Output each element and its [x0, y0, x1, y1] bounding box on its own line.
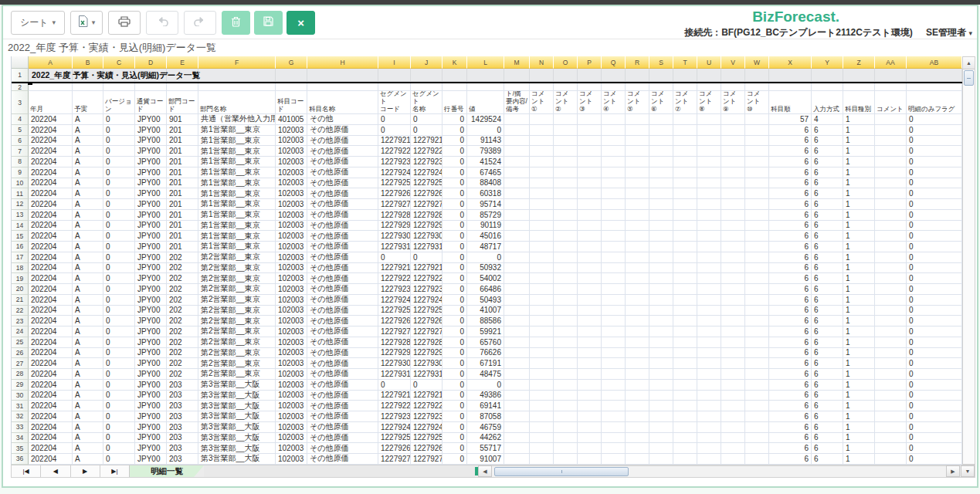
- cell[interactable]: 6: [812, 316, 843, 327]
- cell[interactable]: 第1営業部__東京: [198, 199, 276, 210]
- cell[interactable]: 1: [843, 337, 875, 348]
- cell[interactable]: 0: [907, 348, 962, 359]
- cell[interactable]: 102003: [276, 306, 307, 316]
- cell[interactable]: [554, 306, 578, 316]
- cell[interactable]: 1: [843, 391, 875, 401]
- cell[interactable]: [307, 69, 378, 82]
- cell[interactable]: [504, 263, 530, 274]
- cell[interactable]: 6: [769, 337, 812, 348]
- cell[interactable]: [649, 188, 673, 199]
- cell[interactable]: 203: [167, 422, 198, 433]
- cell[interactable]: [554, 69, 578, 82]
- cell[interactable]: A: [73, 454, 103, 465]
- cell[interactable]: 202204: [29, 454, 73, 465]
- cell[interactable]: 1227931: [411, 242, 443, 252]
- cell[interactable]: 6: [769, 391, 812, 401]
- cell[interactable]: 0: [443, 146, 467, 157]
- column-header-Y[interactable]: Y: [812, 56, 843, 69]
- cell[interactable]: A: [73, 348, 103, 359]
- field-header-B[interactable]: 予実: [73, 91, 103, 114]
- cell[interactable]: 6: [769, 252, 812, 263]
- column-header-M[interactable]: M: [504, 56, 530, 69]
- cell[interactable]: [875, 263, 907, 274]
- cell[interactable]: 102003: [276, 125, 307, 136]
- cell[interactable]: 0: [103, 263, 135, 274]
- cell[interactable]: [721, 231, 745, 242]
- cell[interactable]: 第1営業部__東京: [198, 210, 276, 221]
- cell[interactable]: [554, 242, 578, 252]
- cell[interactable]: 0: [103, 210, 135, 221]
- cell[interactable]: [697, 337, 721, 348]
- cell[interactable]: [626, 358, 649, 369]
- cell[interactable]: [602, 316, 626, 327]
- cell[interactable]: [530, 221, 554, 232]
- cell[interactable]: 1: [843, 380, 875, 391]
- cell[interactable]: [602, 146, 626, 157]
- cell[interactable]: [745, 125, 769, 136]
- cell[interactable]: 6: [769, 443, 812, 454]
- cell[interactable]: 6: [769, 422, 812, 433]
- cell[interactable]: 1227925: [411, 433, 443, 444]
- cell[interactable]: [504, 316, 530, 327]
- cell[interactable]: [378, 83, 411, 91]
- cell[interactable]: 6: [812, 348, 843, 359]
- cell[interactable]: 6: [769, 210, 812, 221]
- cell[interactable]: [721, 69, 745, 82]
- cell[interactable]: [769, 69, 812, 82]
- cell[interactable]: 0: [443, 252, 467, 263]
- user-menu[interactable]: SE管理者 ▾: [926, 27, 972, 38]
- cell[interactable]: A: [73, 136, 103, 147]
- row-header-2[interactable]: 2: [12, 83, 29, 91]
- cell[interactable]: [673, 188, 697, 199]
- cell[interactable]: [554, 443, 578, 454]
- cell[interactable]: [649, 295, 673, 306]
- cell[interactable]: [721, 125, 745, 136]
- cell[interactable]: [626, 242, 649, 252]
- cell[interactable]: [443, 69, 467, 82]
- cell[interactable]: 1227929: [411, 348, 443, 359]
- cell[interactable]: 201: [167, 188, 198, 199]
- cell[interactable]: [602, 188, 626, 199]
- field-header-A[interactable]: 年月: [29, 91, 73, 114]
- row-header-30[interactable]: 30: [12, 391, 29, 401]
- cell[interactable]: [578, 69, 602, 82]
- cell[interactable]: [530, 231, 554, 242]
- cell[interactable]: [697, 273, 721, 284]
- cell[interactable]: その他原価: [307, 273, 378, 284]
- cell[interactable]: A: [73, 358, 103, 369]
- field-header-R[interactable]: コメント ⑤: [626, 91, 649, 114]
- cell[interactable]: 6: [812, 443, 843, 454]
- field-header-Y[interactable]: 入力方式: [812, 91, 843, 114]
- cell[interactable]: 1: [843, 306, 875, 316]
- cell[interactable]: [626, 337, 649, 348]
- cell[interactable]: 1227931: [378, 242, 411, 252]
- cell[interactable]: 0: [467, 125, 504, 136]
- cell[interactable]: [602, 136, 626, 147]
- cell[interactable]: 202: [167, 348, 198, 359]
- cell[interactable]: [649, 83, 673, 91]
- cell[interactable]: 0: [907, 443, 962, 454]
- cell[interactable]: [649, 210, 673, 221]
- cell[interactable]: 0: [378, 252, 411, 263]
- cell[interactable]: [721, 210, 745, 221]
- cell[interactable]: 6: [769, 136, 812, 147]
- cell[interactable]: 0: [443, 422, 467, 433]
- cell[interactable]: JPY00: [135, 231, 167, 242]
- cell[interactable]: 1227929: [378, 221, 411, 232]
- cell[interactable]: [673, 178, 697, 189]
- cell[interactable]: [745, 443, 769, 454]
- cell[interactable]: [504, 242, 530, 252]
- row-header-29[interactable]: 29: [12, 380, 29, 391]
- field-header-U[interactable]: コメント ⑧: [697, 91, 721, 114]
- cell[interactable]: [875, 242, 907, 252]
- cell[interactable]: 901: [167, 114, 198, 125]
- cell[interactable]: [504, 146, 530, 157]
- cell[interactable]: 1: [843, 252, 875, 263]
- cell[interactable]: [673, 433, 697, 444]
- cell[interactable]: JPY00: [135, 327, 167, 337]
- cell[interactable]: 90119: [467, 221, 504, 232]
- cell[interactable]: [578, 210, 602, 221]
- cell[interactable]: [697, 157, 721, 167]
- field-header-W[interactable]: コメント ⑩: [745, 91, 769, 114]
- cell[interactable]: その他原価: [307, 422, 378, 433]
